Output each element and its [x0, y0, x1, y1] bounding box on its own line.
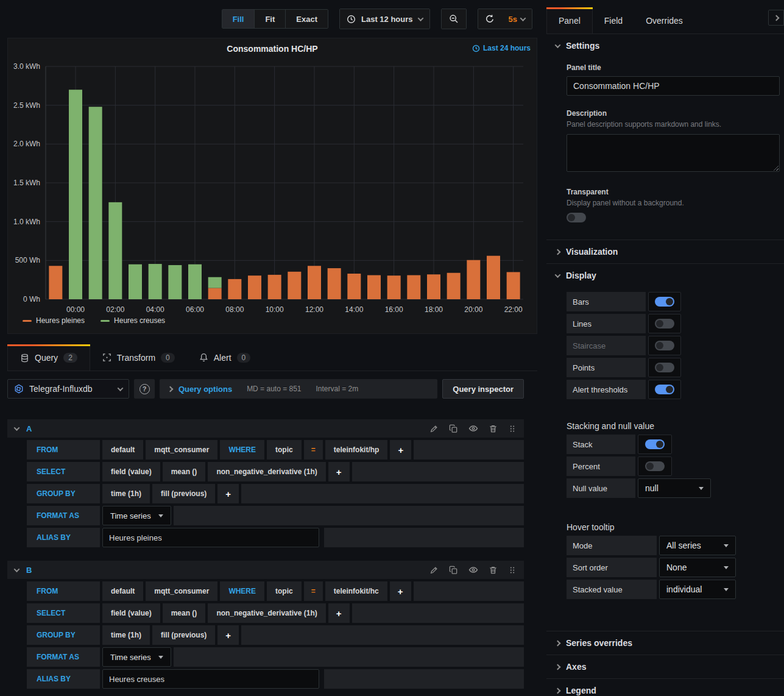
refresh-group: 5s	[478, 9, 532, 29]
groupby-label: GROUP BY	[27, 484, 100, 503]
where-value-segment[interactable]: teleinfokit/hc	[325, 581, 387, 601]
refresh-interval-dropdown[interactable]: 5s	[502, 9, 532, 29]
derivative-segment[interactable]: non_negative_derivative (1h)	[208, 462, 325, 481]
display-section-header[interactable]: Display	[546, 264, 784, 287]
section-axes: Axes	[546, 655, 784, 678]
measurement-segment[interactable]: mqtt_consumer	[146, 440, 217, 460]
row-filler	[324, 669, 524, 689]
mean-segment[interactable]: mean ()	[163, 462, 206, 481]
where-key-segment[interactable]: topic	[267, 440, 302, 460]
panel-time-range-link[interactable]: Last 24 hours	[472, 44, 531, 52]
where-key-segment[interactable]: topic	[267, 581, 302, 601]
alias-input[interactable]	[102, 669, 319, 689]
duplicate-copy-icon[interactable]	[449, 566, 458, 575]
legend-item-heures-creuses[interactable]: Heures creuses	[101, 316, 165, 325]
description-textarea[interactable]	[567, 134, 780, 172]
mean-segment[interactable]: mean ()	[163, 603, 206, 623]
field-segment[interactable]: field (value)	[102, 462, 160, 481]
legend-header[interactable]: Legend	[546, 679, 784, 696]
eye-toggle-icon[interactable]	[468, 424, 478, 433]
query-a-header[interactable]: A	[7, 419, 524, 438]
where-operator-segment[interactable]: =	[304, 440, 323, 460]
add-select-button[interactable]: +	[328, 462, 350, 481]
query-inspector-button[interactable]: Query inspector	[442, 379, 524, 399]
view-mode-fit-button[interactable]: Fit	[254, 10, 285, 28]
staircase-toggle[interactable]	[655, 341, 674, 350]
transform-count-badge: 0	[161, 353, 175, 363]
zoom-out-button[interactable]	[442, 9, 466, 29]
svg-text:10:00: 10:00	[266, 305, 284, 314]
add-groupby-button[interactable]: +	[217, 625, 239, 645]
percent-toggle[interactable]	[645, 461, 665, 471]
transparent-toggle[interactable]	[567, 213, 586, 222]
drag-handle-icon[interactable]	[508, 424, 517, 433]
add-condition-button[interactable]: +	[390, 440, 411, 460]
tab-field[interactable]: Field	[593, 7, 634, 34]
datasource-help-button[interactable]: ?	[134, 379, 155, 399]
drag-handle-icon[interactable]	[508, 566, 517, 575]
edit-pencil-icon[interactable]	[429, 566, 439, 575]
alert-thresholds-toggle[interactable]	[655, 385, 674, 394]
view-mode-fill-button[interactable]: Fill	[222, 10, 255, 28]
chevron-right-icon	[555, 687, 561, 694]
trash-icon[interactable]	[489, 424, 498, 433]
settings-section-header[interactable]: Settings	[546, 34, 784, 57]
select-label: SELECT	[27, 603, 100, 623]
axes-header[interactable]: Axes	[546, 655, 784, 678]
tooltip-mode-select[interactable]: All series	[659, 536, 736, 555]
chevron-down-icon	[417, 15, 423, 21]
time-segment[interactable]: time (1h)	[102, 625, 150, 645]
trash-icon[interactable]	[489, 566, 498, 575]
policy-segment[interactable]: default	[102, 440, 143, 460]
measurement-segment[interactable]: mqtt_consumer	[146, 581, 217, 601]
stacked-value-select[interactable]: individual	[659, 580, 736, 599]
format-row: FORMAT AS Time series	[27, 647, 524, 667]
null-value-select[interactable]: null	[638, 478, 711, 498]
null-value-option-row: Null value null	[567, 478, 780, 498]
alias-input[interactable]	[102, 528, 319, 547]
sort-order-select[interactable]: None	[659, 558, 736, 577]
duplicate-copy-icon[interactable]	[449, 424, 458, 433]
tab-transform[interactable]: Transform 0	[90, 344, 187, 371]
derivative-segment[interactable]: non_negative_derivative (1h)	[208, 603, 325, 623]
eye-toggle-icon[interactable]	[468, 565, 478, 575]
lines-toggle[interactable]	[655, 319, 674, 328]
time-segment[interactable]: time (1h)	[102, 484, 150, 503]
format-as-select[interactable]: Time series	[102, 647, 171, 667]
query-b-header[interactable]: B	[7, 561, 524, 579]
add-groupby-button[interactable]: +	[217, 484, 239, 503]
chevron-right-icon	[555, 249, 561, 255]
field-segment[interactable]: field (value)	[102, 603, 160, 623]
tab-alert[interactable]: Alert 0	[187, 344, 263, 371]
bar-chart[interactable]: 0 Wh500 Wh1.0 kWh1.5 kWh2.0 kWh2.5 kWh3.…	[8, 59, 537, 314]
policy-segment[interactable]: default	[102, 581, 143, 601]
format-as-select[interactable]: Time series	[102, 506, 171, 525]
bars-toggle[interactable]	[655, 297, 674, 307]
time-range-picker[interactable]: Last 12 hours	[340, 9, 429, 29]
tab-overrides[interactable]: Overrides	[634, 7, 694, 34]
tab-query[interactable]: Query 2	[7, 344, 90, 371]
stack-toggle[interactable]	[645, 439, 665, 449]
fill-segment[interactable]: fill (previous)	[152, 625, 215, 645]
where-operator-segment[interactable]: =	[304, 581, 323, 601]
panel-title-input[interactable]	[567, 76, 780, 96]
datasource-picker[interactable]: Telegraf-Influxdb	[7, 379, 129, 399]
query-options-bar[interactable]: Query options MD = auto = 851 Interval =…	[160, 379, 437, 399]
tab-panel[interactable]: Panel	[546, 7, 593, 34]
series-overrides-header[interactable]: Series overrides	[546, 631, 784, 655]
collapse-pane-button[interactable]	[768, 10, 784, 26]
chevron-down-icon	[520, 15, 526, 21]
view-mode-exact-button[interactable]: Exact	[285, 10, 328, 28]
fill-segment[interactable]: fill (previous)	[152, 484, 215, 503]
edit-pencil-icon[interactable]	[429, 424, 439, 433]
where-value-segment[interactable]: teleinfokit/hp	[325, 440, 388, 460]
refresh-button[interactable]	[478, 9, 501, 29]
add-condition-button[interactable]: +	[390, 581, 411, 601]
legend-item-heures-pleines[interactable]: Heures pleines	[23, 316, 85, 325]
points-toggle[interactable]	[655, 363, 674, 372]
caret-down-icon	[724, 566, 729, 569]
visualization-section-header[interactable]: Visualization	[546, 240, 784, 263]
alias-by-label: ALIAS BY	[27, 669, 100, 689]
add-select-button[interactable]: +	[328, 603, 350, 623]
staircase-option-row: Staircase	[567, 336, 780, 355]
